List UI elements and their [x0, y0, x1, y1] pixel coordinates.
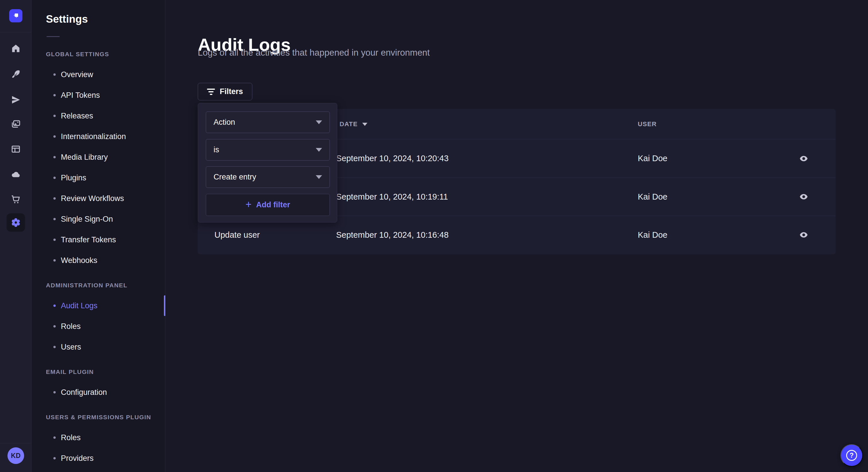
layout-icon[interactable]	[10, 144, 21, 155]
add-filter-label: Add filter	[256, 200, 290, 209]
filter-operator-select[interactable]: is	[206, 139, 330, 161]
settings-nav-button[interactable]	[7, 213, 25, 232]
plus-icon: +	[245, 199, 251, 210]
chevron-down-icon	[316, 148, 322, 152]
strapi-logo[interactable]	[9, 9, 22, 22]
filter-value-select[interactable]: Create entry	[206, 166, 330, 188]
sidebar-item-label: Single Sign-On	[61, 215, 113, 224]
view-details-button[interactable]	[795, 227, 812, 243]
cell-date: September 10, 2024, 10:19:11	[336, 178, 448, 216]
filter-value-value: Create entry	[214, 173, 256, 181]
bullet-icon	[53, 156, 56, 158]
main-nav-rail: KD	[0, 0, 32, 472]
sidebar-item-users[interactable]: Users	[32, 337, 165, 357]
page-subtitle: Logs of all the activities that happened…	[198, 47, 430, 58]
rail-divider	[0, 32, 32, 32]
filters-button-label: Filters	[220, 87, 243, 96]
feather-icon[interactable]	[10, 69, 21, 80]
paper-plane-icon[interactable]	[10, 94, 21, 105]
bullet-icon	[53, 73, 56, 76]
home-icon[interactable]	[10, 43, 21, 54]
sidebar-item-roles-admin[interactable]: Roles	[32, 316, 165, 337]
eye-icon	[799, 192, 808, 201]
avatar[interactable]: KD	[7, 447, 24, 464]
sidebar-item-configuration[interactable]: Configuration	[32, 382, 165, 403]
sidebar-item-label: Audit Logs	[61, 301, 98, 310]
section-label: ADMINISTRATION PANEL	[32, 280, 165, 290]
cell-date: September 10, 2024, 10:20:43	[336, 139, 448, 177]
sidebar-item-overview[interactable]: Overview	[32, 64, 165, 85]
sidebar-item-plugins[interactable]: Plugins	[32, 167, 165, 188]
sidebar-item-label: Internationalization	[61, 132, 126, 141]
cart-icon[interactable]	[10, 194, 21, 205]
sidebar-item-label: Webhooks	[61, 256, 97, 265]
bullet-icon	[53, 259, 56, 262]
view-details-button[interactable]	[795, 189, 812, 205]
section-users-permissions-plugin: USERS & PERMISSIONS PLUGIN Roles Provide…	[32, 412, 165, 469]
bullet-icon	[53, 177, 56, 179]
filter-icon	[207, 89, 215, 95]
sidebar-item-releases[interactable]: Releases	[32, 105, 165, 126]
sidebar-item-internationalization[interactable]: Internationalization	[32, 126, 165, 147]
sidebar-item-label: Configuration	[61, 388, 107, 397]
subnav-title: Settings	[46, 13, 88, 25]
rail-divider-bottom	[0, 443, 32, 443]
column-header-date-label: DATE	[340, 121, 358, 128]
gear-icon	[10, 217, 21, 228]
sidebar-item-audit-logs[interactable]: Audit Logs	[32, 295, 165, 316]
column-header-user: USER	[638, 109, 657, 139]
filter-field-select[interactable]: Action	[206, 111, 330, 133]
section-label: USERS & PERMISSIONS PLUGIN	[32, 412, 165, 422]
sidebar-item-label: Providers	[61, 454, 94, 463]
chevron-down-icon	[316, 175, 322, 179]
subnav-title-underline	[46, 36, 60, 37]
bullet-icon	[53, 391, 56, 394]
filters-popover: Action is Create entry + Add filter	[198, 103, 337, 223]
bullet-icon	[53, 197, 56, 200]
question-mark-icon: ?	[846, 450, 857, 461]
sidebar-item-review-workflows[interactable]: Review Workflows	[32, 188, 165, 209]
main-content: Audit Logs Logs of all the activities th…	[165, 0, 868, 472]
sidebar-item-label: Users	[61, 343, 81, 351]
sidebar-item-transfer-tokens[interactable]: Transfer Tokens	[32, 229, 165, 250]
sidebar-item-roles-up[interactable]: Roles	[32, 427, 165, 448]
cell-user: Kai Doe	[638, 216, 668, 254]
column-header-date[interactable]: DATE	[340, 109, 367, 139]
add-filter-button[interactable]: + Add filter	[206, 194, 330, 216]
bullet-icon	[53, 135, 56, 138]
sidebar-item-label: Roles	[61, 322, 81, 331]
settings-subnav: Settings GLOBAL SETTINGS Overview API To…	[32, 0, 165, 472]
section-administration-panel: ADMINISTRATION PANEL Audit Logs Roles Us…	[32, 280, 165, 357]
sidebar-item-single-sign-on[interactable]: Single Sign-On	[32, 209, 165, 229]
sidebar-item-label: Roles	[61, 433, 81, 442]
bullet-icon	[53, 325, 56, 328]
bullet-icon	[53, 239, 56, 241]
filters-button[interactable]: Filters	[198, 83, 252, 100]
help-button[interactable]: ?	[840, 444, 863, 467]
bullet-icon	[53, 115, 56, 117]
bullet-icon	[53, 457, 56, 460]
cloud-icon[interactable]	[10, 169, 21, 180]
images-icon[interactable]	[10, 119, 21, 130]
sidebar-item-label: Media Library	[61, 153, 108, 162]
bullet-icon	[53, 218, 56, 220]
bullet-icon	[53, 305, 56, 307]
section-label: EMAIL PLUGIN	[32, 367, 165, 377]
cell-user: Kai Doe	[638, 139, 668, 177]
filter-field-value: Action	[214, 118, 235, 127]
chevron-down-icon	[316, 121, 322, 124]
filter-operator-value: is	[214, 145, 219, 154]
eye-icon	[799, 154, 808, 163]
sidebar-item-api-tokens[interactable]: API Tokens	[32, 85, 165, 105]
sidebar-item-media-library[interactable]: Media Library	[32, 147, 165, 167]
bullet-icon	[53, 436, 56, 439]
sidebar-item-label: Overview	[61, 70, 93, 79]
cell-user: Kai Doe	[638, 178, 668, 216]
section-label: GLOBAL SETTINGS	[32, 49, 165, 59]
bullet-icon	[53, 346, 56, 348]
sidebar-item-providers[interactable]: Providers	[32, 448, 165, 469]
bullet-icon	[53, 94, 56, 96]
view-details-button[interactable]	[795, 150, 812, 167]
sidebar-item-webhooks[interactable]: Webhooks	[32, 250, 165, 271]
sidebar-item-label: Transfer Tokens	[61, 235, 116, 244]
